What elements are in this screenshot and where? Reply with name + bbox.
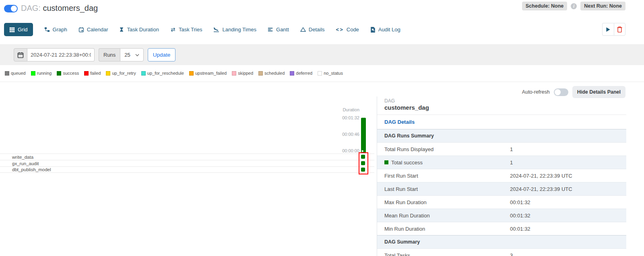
legend-label: deferred: [296, 71, 312, 76]
details-row: Total success1: [377, 156, 626, 169]
page-title: DAG: customers_dag: [21, 4, 98, 13]
dag-pause-toggle[interactable]: [4, 5, 18, 12]
tab-label: Task Duration: [127, 27, 159, 33]
legend-swatch: [84, 71, 89, 76]
panel-dag-name: customers_dag: [384, 104, 626, 111]
runs-group: Runs 25: [99, 48, 144, 61]
task-row: write_data: [0, 154, 374, 160]
legend-label: no_status: [324, 71, 343, 76]
gantt-icon: [268, 27, 273, 32]
details-row: Total Tasks3: [377, 248, 626, 256]
task-instance-square[interactable]: [361, 161, 365, 165]
legend-swatch: [5, 71, 9, 76]
tab-calendar[interactable]: Calendar: [78, 27, 108, 33]
trigger-dag-button[interactable]: [602, 23, 614, 36]
legend-label: success: [63, 71, 79, 76]
details-row-label: Total Tasks: [377, 252, 410, 256]
legend-swatch: [189, 71, 194, 76]
details-row-label: Last Run Start: [377, 186, 418, 192]
details-panel-head: DAG customers_dag: [377, 96, 626, 115]
legend-swatch: [31, 71, 35, 76]
task-row: gx_run_audit: [0, 160, 374, 166]
duration-tick: 00:00:00: [326, 148, 359, 153]
legend-label: skipped: [238, 71, 253, 76]
dag-run-bar[interactable]: [361, 118, 366, 153]
dag-prefix-label: DAG:: [21, 4, 41, 12]
chevron-down-icon: [135, 54, 139, 56]
details-row: Min Run Duration00:01:32: [377, 222, 626, 235]
divider: [0, 82, 644, 82]
info-icon[interactable]: i: [571, 3, 577, 9]
legend-label: scheduled: [264, 71, 285, 76]
legend-item-deferred: deferred: [290, 71, 312, 76]
num-runs-value: 25: [124, 52, 130, 58]
delete-dag-button[interactable]: [614, 23, 625, 36]
landing-icon: [213, 27, 219, 32]
grid-icon: [9, 27, 15, 33]
auto-refresh-toggle[interactable]: [554, 88, 568, 96]
date-picker-button[interactable]: [14, 48, 27, 61]
header-badges: Schedule: None i Next Run: None: [522, 2, 625, 10]
tab-label: Details: [309, 27, 325, 33]
base-date-input[interactable]: [27, 48, 95, 61]
tab-dag-details[interactable]: DAG Details: [377, 115, 415, 129]
task-name[interactable]: write_data: [0, 155, 33, 160]
task-instance-square[interactable]: [361, 155, 365, 159]
auto-refresh-label: Auto-refresh: [522, 89, 550, 95]
details-row-label: Total Runs Displayed: [377, 146, 433, 152]
details-row-value: 2024-07-21, 22:23:39 UTC: [510, 186, 572, 192]
task-instance-square[interactable]: [361, 168, 365, 172]
legend-item-failed: failed: [84, 71, 101, 76]
legend-item-skipped: skipped: [232, 71, 253, 76]
graph-icon: [44, 27, 50, 33]
tab-graph[interactable]: Graph: [44, 27, 67, 33]
details-row: Last Run Start2024-07-21, 22:23:39 UTC: [377, 182, 626, 195]
legend-item-upstream_failed: upstream_failed: [189, 71, 227, 76]
panel-dag-label: DAG: [384, 98, 626, 104]
details-row-value: 00:01:32: [510, 213, 530, 219]
tab-gantt[interactable]: Gantt: [268, 27, 289, 33]
update-button[interactable]: Update: [148, 48, 176, 61]
legend-item-success: success: [57, 71, 79, 76]
num-runs-select[interactable]: 25: [120, 48, 143, 61]
audit-icon: [370, 27, 376, 33]
toggle-knob: [555, 89, 561, 95]
tab-details[interactable]: Details: [300, 27, 325, 33]
details-row: Max Run Duration00:01:32: [377, 195, 626, 209]
code-icon: <>: [336, 27, 344, 33]
task-name[interactable]: gx_run_audit: [0, 161, 39, 166]
details-row-label: Total success: [377, 160, 423, 166]
tab-label: Code: [347, 27, 359, 33]
triangle-icon: [300, 27, 306, 32]
legend-label: failed: [90, 71, 101, 76]
hourglass-icon: [119, 27, 124, 32]
legend-item-scheduled: scheduled: [258, 71, 285, 76]
calendar-picker-icon: [17, 52, 24, 58]
task-row: dbt_publish_model: [0, 166, 374, 173]
details-row-value: 3: [510, 252, 513, 256]
tab-landing-times[interactable]: Landing Times: [213, 27, 256, 33]
tab-code[interactable]: <>Code: [336, 27, 359, 33]
tab-grid[interactable]: Grid: [4, 23, 33, 36]
duration-axis-title: Duration: [326, 107, 359, 112]
details-row-label: Min Run Duration: [377, 226, 425, 232]
legend-swatch: [258, 71, 263, 76]
details-panel: DAG customers_dag DAG Details DAG Runs S…: [377, 96, 626, 256]
details-row-label: DAG Summary: [377, 239, 420, 245]
legend-item-up_for_retry: up_for_retry: [106, 71, 136, 76]
task-name[interactable]: dbt_publish_model: [0, 167, 51, 172]
legend-label: queued: [11, 71, 26, 76]
duration-tick: 00:00:46: [326, 132, 359, 137]
tab-audit-log[interactable]: Audit Log: [370, 27, 400, 33]
play-icon: [606, 27, 611, 32]
details-row-label: First Run Start: [377, 173, 418, 179]
tab-label: Task Tries: [179, 27, 202, 33]
details-row: First Run Start2024-07-21, 22:23:39 UTC: [377, 169, 626, 182]
runs-label: Runs: [99, 48, 120, 61]
airflow-grid-page: DAG: customers_dag Schedule: None i Next…: [0, 0, 644, 256]
toggle-knob: [11, 6, 17, 12]
tab-task-duration[interactable]: Task Duration: [119, 27, 159, 33]
details-row-value: 1: [510, 146, 513, 152]
tab-task-tries[interactable]: Task Tries: [170, 27, 202, 33]
schedule-badge: Schedule: None: [522, 2, 567, 10]
